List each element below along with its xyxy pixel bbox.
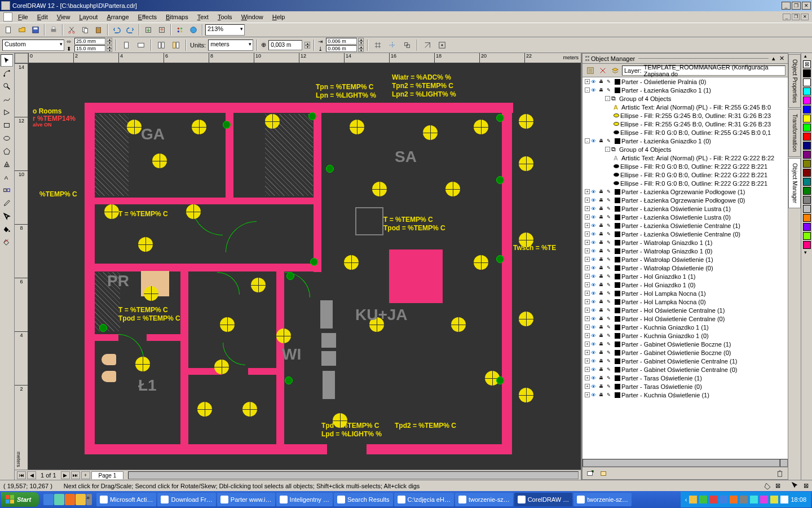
tree-item[interactable]: +👁🖶✎Parter - Gabinet Oświetlenie Boczne …	[582, 348, 788, 357]
tree-item[interactable]: +👁🖶✎Parter - Taras Oświetlenie (0)	[582, 382, 788, 391]
tray-icon[interactable]	[780, 496, 788, 503]
layer-color[interactable]	[615, 333, 620, 339]
printable-icon[interactable]: 🖶	[599, 333, 606, 339]
visibility-icon[interactable]: 👁	[591, 198, 598, 203]
tree-item[interactable]: +👁🖶✎Parter - Hol Gniazdko 1 (1)	[582, 272, 788, 281]
paste-button[interactable]	[92, 24, 105, 36]
expand-toggle[interactable]: +	[585, 341, 590, 347]
editable-icon[interactable]: ✎	[607, 384, 614, 389]
tree-item[interactable]: AArtistic Text: Arial (Normal) (PL) - Fi…	[582, 154, 788, 162]
snap-to-grid-button[interactable]	[372, 39, 384, 51]
expand-toggle[interactable]: +	[585, 240, 590, 245]
palette-swatch[interactable]	[803, 106, 811, 113]
expand-toggle[interactable]: +	[585, 206, 590, 211]
editable-icon[interactable]: ✎	[607, 189, 614, 195]
system-tray[interactable]: ‹ 18:08	[681, 492, 811, 507]
expand-toggle[interactable]: +	[585, 257, 590, 262]
paper-height-input[interactable]	[74, 45, 105, 52]
tree-item[interactable]: +👁🖶✎Parter - Łazienka Ogrzewanie Podłogo…	[582, 187, 788, 196]
maximize-button[interactable]: ❐	[792, 2, 801, 10]
visibility-icon[interactable]: 👁	[591, 265, 598, 271]
vertical-ruler[interactable]: meters 1412108642	[15, 63, 28, 470]
tray-icon[interactable]	[720, 496, 727, 503]
tree-item[interactable]: +👁🖶✎Parter - Kuchnia Oświetlenie (1)	[582, 391, 788, 399]
editable-icon[interactable]: ✎	[607, 333, 614, 339]
taskbar-button[interactable]: Microsoft Acti…	[96, 493, 156, 506]
printable-icon[interactable]: 🖶	[599, 248, 606, 254]
visibility-icon[interactable]: 👁	[591, 299, 598, 305]
expand-toggle[interactable]: +	[585, 291, 590, 296]
printable-icon[interactable]: 🖶	[599, 189, 606, 195]
nudge-input[interactable]	[268, 40, 302, 50]
tray-expand[interactable]: ‹	[685, 496, 687, 503]
layer-color[interactable]	[615, 198, 620, 203]
taskbar-button[interactable]: tworzenie-sz…	[455, 493, 513, 506]
layer-color[interactable]	[615, 189, 620, 195]
visibility-icon[interactable]: 👁	[591, 231, 598, 237]
visibility-icon[interactable]: 👁	[591, 282, 598, 288]
palette-swatch[interactable]	[803, 124, 811, 132]
visibility-icon[interactable]: 👁	[591, 325, 598, 330]
palette-swatch[interactable]	[803, 187, 811, 195]
editable-icon[interactable]: ✎	[607, 79, 614, 85]
tree-item[interactable]: +👁🖶✎Parter - Gabinet Oświetlenie Central…	[582, 365, 788, 374]
printable-icon[interactable]: 🖶	[599, 392, 606, 398]
layer-color[interactable]	[615, 384, 620, 389]
expand-toggle[interactable]: +	[585, 299, 590, 304]
expand-toggle[interactable]: -	[605, 96, 610, 101]
paper-type-combo[interactable]: Custom	[2, 40, 64, 51]
app-launcher-button[interactable]	[174, 24, 186, 36]
show-props-button[interactable]	[585, 65, 596, 76]
expand-toggle[interactable]: +	[585, 248, 590, 253]
printable-icon[interactable]: 🖶	[599, 316, 606, 322]
layer-color[interactable]	[615, 325, 620, 330]
editable-icon[interactable]: ✎	[607, 358, 614, 364]
docker-tab-object-manager[interactable]: Object Manager	[788, 158, 801, 208]
expand-toggle[interactable]: +	[585, 392, 590, 397]
tree-item[interactable]: +👁🖶✎Parter - Hol Lampka Nocna (0)	[582, 297, 788, 306]
open-button[interactable]	[16, 24, 28, 36]
editable-icon[interactable]: ✎	[607, 350, 614, 356]
tray-icon[interactable]	[740, 496, 748, 503]
tray-icon[interactable]	[709, 496, 717, 503]
polygon-tool[interactable]	[1, 145, 13, 157]
palette-swatch[interactable]	[803, 178, 811, 186]
palette-swatch[interactable]	[803, 151, 811, 159]
editable-icon[interactable]: ✎	[607, 265, 614, 271]
menu-file[interactable]: File	[14, 12, 33, 21]
tree-item[interactable]: +👁🖶✎Parter - Hol Gniazdko 1 (0)	[582, 281, 788, 289]
tree-item[interactable]: +👁🖶✎Parter - Wiatrołap Gniazdko 1 (0)	[582, 247, 788, 255]
menu-edit[interactable]: Edit	[33, 12, 52, 21]
expand-toggle[interactable]: +	[585, 189, 590, 194]
redo-button[interactable]	[124, 24, 136, 36]
editable-icon[interactable]: ✎	[607, 308, 614, 313]
expand-toggle[interactable]: +	[585, 223, 590, 228]
current-page-button[interactable]	[170, 39, 182, 51]
visibility-icon[interactable]: 👁	[591, 375, 598, 381]
expand-toggle[interactable]: +	[585, 316, 590, 321]
printable-icon[interactable]: 🖶	[599, 206, 606, 212]
palette-none-swatch[interactable]: ⊠	[803, 60, 811, 68]
layer-color[interactable]	[615, 299, 620, 305]
palette-up[interactable]: ▴	[801, 53, 809, 60]
shape-tool[interactable]	[1, 67, 13, 80]
tree-item[interactable]: AArtistic Text: Arial (Normal) (PL) - Fi…	[582, 103, 788, 111]
ellipse-tool[interactable]	[1, 132, 13, 144]
undo-button[interactable]	[111, 24, 123, 36]
ql-desktop-icon[interactable]	[54, 494, 64, 505]
tray-icon[interactable]	[699, 496, 707, 503]
snap-to-objects-button[interactable]	[401, 39, 413, 51]
printable-icon[interactable]: 🖶	[599, 138, 606, 144]
tree-item[interactable]: +👁🖶✎Parter - Hol Lampka Nocna (1)	[582, 289, 788, 297]
printable-icon[interactable]: 🖶	[599, 214, 606, 220]
menu-window[interactable]: Window	[237, 12, 268, 21]
printable-icon[interactable]: 🖶	[599, 265, 606, 271]
clock[interactable]: 18:08	[791, 496, 806, 503]
dup-x-input[interactable]	[326, 38, 357, 45]
editable-icon[interactable]: ✎	[607, 198, 614, 203]
editable-icon[interactable]: ✎	[607, 214, 614, 220]
editable-icon[interactable]: ✎	[607, 299, 614, 305]
tree-item[interactable]: -👁🖶✎Parter - Łazienka Gniazdko 1 (0)	[582, 137, 788, 145]
palette-swatch[interactable]	[803, 69, 811, 77]
tree-item[interactable]: -⧉Group of 4 Objects	[582, 145, 788, 154]
